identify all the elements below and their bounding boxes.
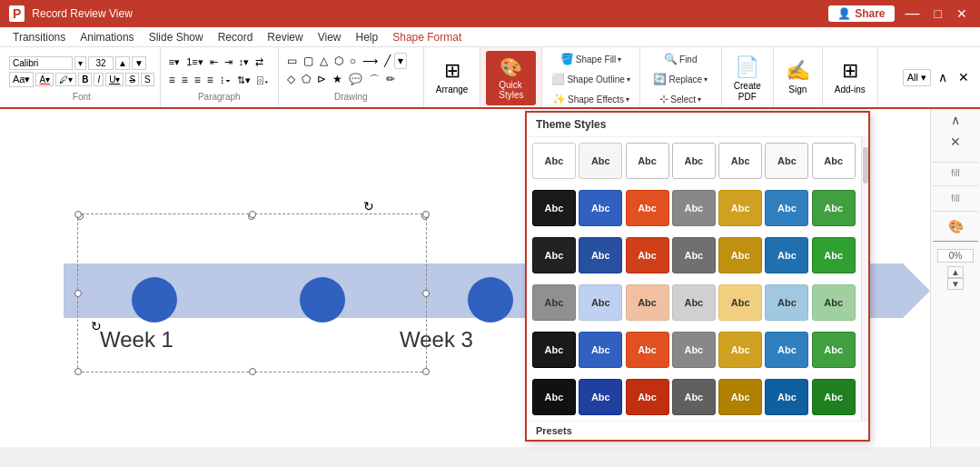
triangle-icon-btn[interactable]: ⬡ (332, 53, 346, 69)
shape-effects-dropdown[interactable]: ▾ (626, 95, 629, 104)
shape-outline-btn[interactable]: ⬜ Shape Outline ▾ (548, 71, 633, 87)
menu-transitions[interactable]: Transitions (5, 29, 73, 45)
swatch-2-4[interactable]: Abc (672, 190, 716, 226)
close-button[interactable]: ✕ (953, 6, 971, 21)
font-style-menu[interactable]: Aa▾ (9, 72, 34, 87)
sign-button[interactable]: ✍ Sign (779, 54, 817, 101)
swatch-4-7[interactable]: Abc (812, 284, 856, 321)
snipped-rect-icon-btn[interactable]: △ (317, 53, 331, 69)
rtl-btn[interactable]: ⇄ (252, 55, 266, 70)
align-center-btn[interactable]: ≡ (179, 72, 191, 88)
swatch-3-5[interactable]: Abc (718, 237, 762, 273)
align-justify-btn[interactable]: ≡ (204, 72, 216, 88)
swatch-3-6[interactable]: Abc (765, 237, 808, 273)
swatch-4-3[interactable]: Abc (626, 284, 669, 321)
curve-icon-btn[interactable]: ⌒ (366, 71, 382, 90)
addins-button[interactable]: ⊞ Add-ins (828, 54, 872, 101)
swatch-5-2[interactable]: Abc (579, 332, 622, 368)
swatch-5-3[interactable]: Abc (626, 332, 669, 368)
shapes-more-btn[interactable]: ▾ (394, 53, 407, 69)
swatch-5-4[interactable]: Abc (672, 332, 716, 368)
circle-node-3[interactable] (468, 277, 513, 323)
swatch-6-2[interactable]: Abc (579, 379, 622, 415)
highlight-btn[interactable]: 🖊▾ (55, 73, 76, 86)
percent-up-btn[interactable]: ▲ (947, 266, 964, 278)
find-btn[interactable]: 🔍 Find (660, 51, 700, 67)
sidebar-collapse-btn[interactable]: ∧ (951, 113, 960, 127)
swatch-5-6[interactable]: Abc (765, 332, 808, 368)
indent-decrease-btn[interactable]: ⇤ (207, 55, 221, 70)
handle-right-mid[interactable] (422, 290, 430, 297)
ribbon-close-btn[interactable]: ✕ (955, 68, 973, 86)
font-size-down-btn[interactable]: ▼ (132, 56, 146, 70)
swatch-2-1[interactable]: Abc (532, 190, 576, 226)
arrow-icon-btn[interactable]: ⟶ (360, 53, 381, 69)
swatch-2-5[interactable]: Abc (718, 190, 762, 226)
underline-btn[interactable]: U▾ (105, 73, 124, 86)
swatch-6-1[interactable]: Abc (532, 379, 576, 415)
strikethrough-btn[interactable]: S (125, 73, 139, 86)
minimize-button[interactable]: — (902, 5, 924, 22)
arrange-button[interactable]: ⊞ Arrange (430, 54, 475, 101)
dropdown-scrollbar[interactable] (861, 137, 868, 421)
create-pdf-button[interactable]: 📄 CreatePDF (728, 51, 767, 107)
swatch-2-6[interactable]: Abc (765, 190, 808, 226)
rotation-handle[interactable]: ↻ (363, 198, 374, 214)
select-dropdown[interactable]: ▾ (698, 95, 701, 104)
shape-effects-btn[interactable]: ✨ Shape Effects ▾ (549, 91, 633, 107)
sidebar-close-btn[interactable]: ✕ (950, 134, 961, 149)
swatch-1-7[interactable]: Abc (812, 143, 856, 179)
select-btn[interactable]: ⊹ Select ▾ (656, 91, 705, 107)
swatch-2-7[interactable]: Abc (812, 190, 856, 226)
percent-stepper[interactable]: ▲ ▼ (947, 266, 964, 290)
oval-icon-btn[interactable]: ○ (347, 53, 359, 69)
shape-outline-dropdown[interactable]: ▾ (627, 75, 630, 84)
menu-record[interactable]: Record (211, 29, 261, 45)
rectangle-icon-btn[interactable]: ▭ (284, 53, 300, 69)
diamond-icon-btn[interactable]: ◇ (284, 71, 298, 90)
star-icon-btn[interactable]: ★ (330, 71, 345, 90)
menu-help[interactable]: Help (349, 29, 386, 45)
swatch-4-2[interactable]: Abc (579, 284, 622, 321)
font-expand-btn[interactable]: ▾ (74, 56, 86, 70)
swatch-2-3[interactable]: Abc (626, 190, 669, 226)
replace-btn[interactable]: 🔄 Replace ▾ (649, 71, 711, 87)
swatch-4-1[interactable]: Abc (532, 284, 576, 321)
swatch-6-4[interactable]: Abc (672, 379, 716, 415)
swatch-3-4[interactable]: Abc (672, 237, 716, 273)
swatch-3-2[interactable]: Abc (579, 237, 622, 273)
rounded-rect-icon-btn[interactable]: ▢ (301, 53, 316, 69)
swatch-1-3[interactable]: Abc (626, 143, 669, 179)
italic-btn[interactable]: I (94, 73, 104, 86)
fill-color-btn[interactable]: 🎨 (948, 219, 964, 234)
percent-down-btn[interactable]: ▼ (947, 278, 964, 290)
line-icon-btn[interactable]: ╱ (381, 53, 393, 69)
handle-bottom-mid[interactable] (249, 368, 256, 375)
swatch-5-7[interactable]: Abc (812, 332, 856, 368)
swatch-1-2[interactable]: Abc (579, 143, 622, 179)
swatch-6-7[interactable]: Abc (812, 379, 856, 415)
callout-icon-btn[interactable]: 💬 (346, 71, 365, 90)
all-button[interactable]: All ▾ (903, 69, 931, 86)
font-size-up-btn[interactable]: ▲ (115, 56, 130, 70)
swatch-2-2[interactable]: Abc (579, 190, 622, 226)
share-button[interactable]: 👤 Share (828, 5, 894, 22)
indent-increase-btn[interactable]: ⇥ (222, 55, 235, 70)
quick-styles-button[interactable]: 🎨 QuickStyles (486, 51, 536, 105)
swatch-6-3[interactable]: Abc (626, 379, 669, 415)
handle-top-mid[interactable] (249, 211, 256, 218)
swatch-4-6[interactable]: Abc (765, 284, 808, 321)
align-right-btn[interactable]: ≡ (192, 72, 203, 88)
swatch-1-4[interactable]: Abc (672, 143, 716, 179)
pentagon-icon-btn[interactable]: ⬠ (299, 71, 313, 90)
freeform-icon-btn[interactable]: ✏ (383, 71, 398, 90)
swatch-1-6[interactable]: Abc (765, 143, 808, 179)
text-direction-btn[interactable]: ⇅▾ (234, 73, 253, 88)
swatch-3-7[interactable]: Abc (812, 237, 856, 273)
swatch-5-1[interactable]: Abc (532, 332, 576, 368)
maximize-button[interactable]: □ (931, 6, 945, 21)
swatch-4-5[interactable]: Abc (718, 284, 762, 321)
styles-scroll-area[interactable]: Abc Abc Abc Abc Abc Abc Abc Abc Abc Abc … (527, 137, 861, 421)
handle-left-top[interactable] (74, 211, 82, 218)
font-color-btn[interactable]: A▾ (35, 73, 54, 86)
